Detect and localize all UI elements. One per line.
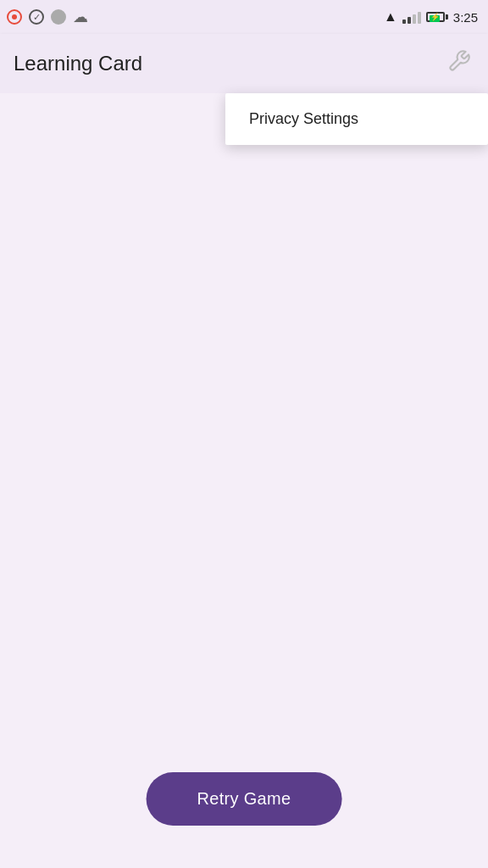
dropdown-menu: Privacy Settings [225,93,488,145]
wifi-icon: ▲ [384,9,397,25]
privacy-settings-item[interactable]: Privacy Settings [225,93,488,145]
app-bar: Learning Card [0,34,488,93]
retry-game-button[interactable]: Retry Game [147,772,342,826]
circle-icon [51,9,66,25]
check-icon: ✓ [29,9,44,25]
status-time: 3:25 [453,10,478,25]
cloud-icon: ☁ [73,8,88,26]
app-title: Learning Card [14,52,142,75]
status-bar: ✓ ☁ ▲ ⚡ 3:25 [0,0,488,34]
battery-icon: ⚡ [426,12,448,22]
status-bar-right-icons: ▲ ⚡ 3:25 [384,9,478,25]
main-content: Retry Game [0,93,488,868]
settings-icon[interactable] [444,46,474,82]
signal-bars-icon [402,10,421,24]
record-icon [7,9,22,25]
status-bar-left-icons: ✓ ☁ [7,8,88,26]
